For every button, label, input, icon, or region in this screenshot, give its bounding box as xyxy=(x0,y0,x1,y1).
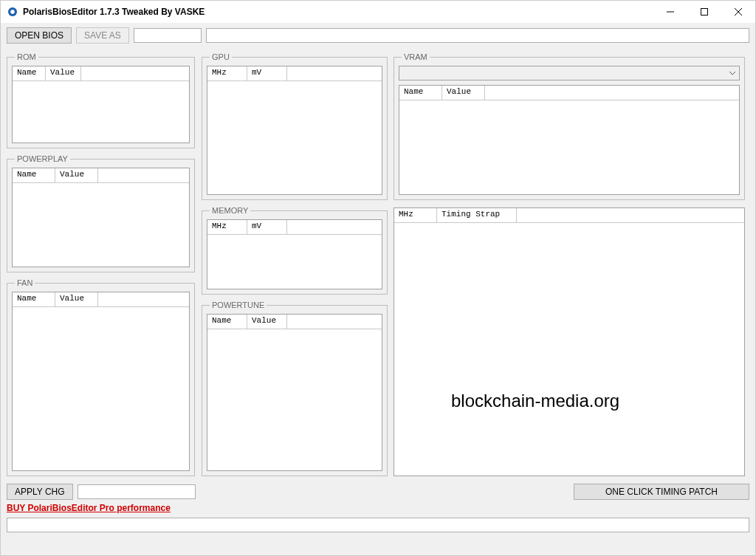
gpu-col-mv[interactable]: mV xyxy=(247,66,287,80)
powerplay-col-name[interactable]: Name xyxy=(13,168,55,182)
toolbar: OPEN BIOS SAVE AS xyxy=(7,27,749,44)
toolbar-text1[interactable] xyxy=(134,28,202,43)
app-window: PolarisBiosEditor 1.7.3 Tweaked By VASKE… xyxy=(0,0,756,556)
one-click-timing-patch-button[interactable]: ONE CLICK TIMING PATCH xyxy=(574,484,749,500)
powertune-col-value[interactable]: Value xyxy=(247,315,287,329)
powerplay-list[interactable]: Name Value xyxy=(12,168,190,267)
memory-group: MEMORY MHz mV xyxy=(202,206,388,295)
powertune-col-name[interactable]: Name xyxy=(207,315,247,329)
vram-col-name[interactable]: Name xyxy=(399,86,442,100)
powertune-group: POWERTUNE Name Value xyxy=(202,301,388,476)
powerplay-col-value[interactable]: Value xyxy=(55,168,98,182)
save-as-button[interactable]: SAVE AS xyxy=(76,27,129,44)
apply-chg-button[interactable]: APPLY CHG xyxy=(7,484,73,500)
rom-col-name[interactable]: Name xyxy=(13,66,46,80)
titlebar: PolarisBiosEditor 1.7.3 Tweaked By VASKE xyxy=(1,1,755,23)
strap-col-strap[interactable]: Timing Strap xyxy=(437,208,517,222)
chevron-down-icon xyxy=(727,68,738,78)
memory-col-mhz[interactable]: MHz xyxy=(207,220,247,234)
rom-list[interactable]: Name Value xyxy=(12,66,190,143)
rom-legend: ROM xyxy=(15,52,38,61)
fan-group: FAN Name Value xyxy=(7,278,195,476)
bottom-textbox[interactable] xyxy=(7,518,749,532)
open-bios-button[interactable]: OPEN BIOS xyxy=(7,27,72,44)
timing-strap-list[interactable]: MHz Timing Strap xyxy=(394,207,745,476)
toolbar-text2[interactable] xyxy=(206,28,749,43)
gpu-group: GPU MHz mV xyxy=(202,52,388,200)
powerplay-legend: POWERPLAY xyxy=(15,154,70,163)
powertune-list[interactable]: Name Value xyxy=(207,314,382,471)
powertune-legend: POWERTUNE xyxy=(210,301,267,309)
memory-legend: MEMORY xyxy=(210,206,250,215)
client-area: OPEN BIOS SAVE AS ROM Name Value POWERPL… xyxy=(1,23,755,555)
vram-select[interactable] xyxy=(399,66,740,80)
app-icon xyxy=(7,6,18,18)
svg-rect-2 xyxy=(701,9,708,16)
bottom-bar: APPLY CHG ONE CLICK TIMING PATCH xyxy=(7,484,749,500)
gpu-col-mhz[interactable]: MHz xyxy=(207,66,247,80)
fan-col-name[interactable]: Name xyxy=(13,292,55,306)
vram-legend: VRAM xyxy=(402,52,430,61)
fan-col-value[interactable]: Value xyxy=(55,292,98,306)
maximize-button[interactable] xyxy=(687,1,721,23)
window-title: PolarisBiosEditor 1.7.3 Tweaked By VASKE xyxy=(23,7,205,17)
apply-chg-input[interactable] xyxy=(78,484,196,499)
close-button[interactable] xyxy=(721,1,755,23)
rom-col-value[interactable]: Value xyxy=(46,66,81,80)
rom-group: ROM Name Value xyxy=(7,52,195,148)
powerplay-group: POWERPLAY Name Value xyxy=(7,154,195,272)
timing-strap-panel: MHz Timing Strap xyxy=(394,207,745,476)
fan-legend: FAN xyxy=(15,278,35,287)
vram-list[interactable]: Name Value xyxy=(399,85,740,195)
strap-col-mhz[interactable]: MHz xyxy=(394,208,437,222)
buy-pro-link[interactable]: BUY PolariBiosEditor Pro performance xyxy=(7,503,171,513)
gpu-legend: GPU xyxy=(210,52,232,61)
gpu-list[interactable]: MHz mV xyxy=(207,66,382,195)
vram-group: VRAM Name Value xyxy=(394,52,745,200)
vram-col-value[interactable]: Value xyxy=(442,86,485,100)
memory-list[interactable]: MHz mV xyxy=(207,219,382,289)
memory-col-mv[interactable]: mV xyxy=(247,220,287,234)
minimize-button[interactable] xyxy=(653,1,687,23)
fan-list[interactable]: Name Value xyxy=(12,292,190,471)
